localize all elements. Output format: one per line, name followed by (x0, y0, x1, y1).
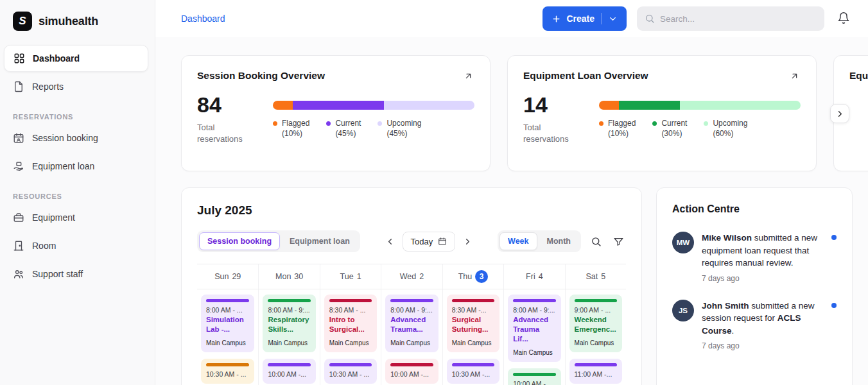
dashboard-grid-icon (13, 53, 25, 64)
sidebar-item-equipment-loan[interactable]: Equipment loan (4, 153, 148, 180)
calendar-filter-button[interactable] (611, 234, 626, 249)
calendar-event[interactable]: 11:00 AM -... (569, 359, 622, 384)
event-time: 10:00 AM -... (268, 370, 310, 378)
legend-dot (273, 121, 277, 126)
action-item[interactable]: JS John Smith submitted a new session re… (672, 300, 837, 351)
bar-segment-upcoming (384, 101, 474, 110)
chevron-left-icon (385, 237, 395, 246)
sidebar-item-label: Reports (32, 81, 64, 92)
event-location: Main Campus (206, 339, 249, 346)
action-timestamp: 7 days ago (702, 274, 826, 283)
event-time: 9:00 AM - ... (575, 306, 617, 314)
today-date-badge: 3 (475, 270, 488, 283)
create-divider (601, 13, 602, 24)
total-reservations-label: Total reservations (197, 122, 261, 144)
event-time: 10:00 AM -... (513, 380, 555, 385)
event-time: 8:30 AM -... (452, 306, 494, 314)
calendar-event[interactable]: 8:00 AM - 9:... Advanced Trauma... Main … (385, 295, 438, 352)
legend-dot (704, 121, 708, 126)
day-column-tue: 8:30 AM - ... Intro to Surgical... Main … (320, 289, 381, 385)
legend-item-flagged: Flagged (10%) (273, 118, 309, 139)
legend-item-upcoming: Upcoming (45%) (378, 118, 421, 139)
event-location: Main Campus (329, 339, 372, 346)
toggle-week[interactable]: Week (499, 232, 537, 250)
chevron-down-icon (608, 14, 618, 24)
sidebar-item-session-booking[interactable]: Session booking (4, 124, 148, 151)
event-time: 8:00 AM - 9:... (390, 306, 433, 314)
day-column-fri: 8:00 AM - 9:... Advanced Trauma Lif... M… (503, 289, 564, 385)
calendar-title: July 2025 (197, 203, 626, 218)
calendar-event[interactable]: 10:00 AM -... (508, 368, 560, 385)
bar-segment-current (619, 101, 679, 110)
sidebar-section-resources: RESOURCES (13, 193, 142, 200)
event-color-bar (513, 299, 555, 302)
toggle-equipment-loan[interactable]: Equipment loan (281, 232, 358, 250)
calendar-event[interactable]: 8:00 AM - 9:... Respiratory Skills... Ma… (263, 295, 315, 352)
sidebar-item-label: Equipment loan (32, 161, 94, 171)
event-location: Main Campus (268, 339, 310, 346)
legend-item-flagged: Flagged (10%) (599, 118, 636, 139)
event-time: 8:00 AM - 9:... (513, 306, 555, 314)
chevron-right-icon (835, 109, 845, 119)
stacked-progress-bar (273, 101, 474, 110)
day-header-thu-today: Thu 3 (442, 264, 503, 289)
session-booking-overview-card: Session Booking Overview 84 Total reserv… (181, 55, 490, 171)
toggle-session-booking[interactable]: Session booking (199, 232, 280, 250)
calendar-event[interactable]: 10:30 AM - ... (201, 359, 254, 384)
dashboard-content: Session Booking Overview 84 Total reserv… (155, 37, 868, 385)
event-color-bar (575, 299, 617, 302)
global-search[interactable] (637, 6, 824, 31)
sidebar-item-support-staff[interactable]: Support staff (4, 261, 148, 287)
notifications-button[interactable] (835, 9, 853, 29)
app-root: S simuhealth Dashboard Reports RESERVATI… (0, 0, 868, 385)
create-button-label: Create (566, 13, 595, 24)
event-color-bar (206, 299, 249, 302)
event-time: 10:00 AM -... (390, 370, 433, 378)
calendar-event[interactable]: 10:00 AM -... (263, 359, 315, 384)
day-column-thu: 8:30 AM -... Surgical Suturing... Main C… (442, 289, 503, 385)
legend-item-current: Current (30%) (652, 118, 687, 139)
today-button[interactable]: Today (403, 232, 456, 252)
calendar-event[interactable]: 10:00 AM -... (385, 359, 438, 384)
sidebar-item-room[interactable]: Room (4, 232, 148, 259)
logo-icon: S (13, 12, 32, 31)
search-input[interactable] (660, 14, 817, 24)
legend-dot (599, 121, 603, 126)
calendar-event[interactable]: 8:30 AM -... Surgical Suturing... Main C… (447, 295, 499, 352)
range-toggle: Week Month (498, 230, 581, 252)
event-color-bar (452, 299, 494, 302)
calendar-event[interactable]: 9:00 AM - ... Weekend Emergenc... Main C… (569, 295, 622, 352)
event-time: 10:30 AM - ... (206, 370, 249, 378)
breadcrumb[interactable]: Dashboard (181, 13, 225, 24)
toolbox-icon (13, 212, 24, 223)
expand-icon[interactable] (462, 70, 474, 84)
action-item[interactable]: MW Mike Wilson submitted a new equipment… (672, 232, 837, 283)
sidebar-item-reports[interactable]: Reports (4, 73, 148, 100)
sidebar: S simuhealth Dashboard Reports RESERVATI… (0, 0, 155, 385)
legend-item-current: Current (45%) (326, 118, 361, 139)
event-color-bar (329, 363, 372, 366)
expand-icon[interactable] (788, 70, 801, 84)
next-week-button[interactable] (460, 234, 475, 249)
event-color-bar (206, 363, 249, 366)
day-header-wed: Wed2 (381, 264, 442, 289)
event-title: Advanced Trauma... (390, 315, 433, 334)
top-bar: Dashboard Create (155, 0, 868, 37)
create-button[interactable]: Create (542, 6, 627, 31)
calendar-event[interactable]: 10:30 AM -... (447, 359, 499, 384)
calendar-events-grid: 8:00 AM - ... Simulation Lab -... Main C… (197, 289, 626, 385)
total-reservations-value: 84 (197, 93, 273, 117)
sidebar-item-equipment[interactable]: Equipment (4, 204, 148, 231)
prev-week-button[interactable] (383, 234, 397, 249)
calendar-event[interactable]: 8:00 AM - 9:... Advanced Trauma Lif... M… (508, 295, 560, 362)
calendar-search-button[interactable] (589, 234, 603, 249)
calendar-event[interactable]: 8:00 AM - ... Simulation Lab -... Main C… (201, 295, 254, 352)
day-column-wed: 8:00 AM - 9:... Advanced Trauma... Main … (381, 289, 442, 385)
people-icon (13, 268, 24, 280)
sidebar-item-dashboard[interactable]: Dashboard (4, 45, 148, 72)
calendar-event[interactable]: 8:30 AM - ... Intro to Surgical... Main … (324, 295, 377, 352)
bar-segment-flagged (599, 101, 619, 110)
calendar-event[interactable]: 10:30 AM - ... (324, 359, 377, 384)
carousel-next-button[interactable] (830, 104, 849, 123)
toggle-month[interactable]: Month (539, 232, 579, 250)
